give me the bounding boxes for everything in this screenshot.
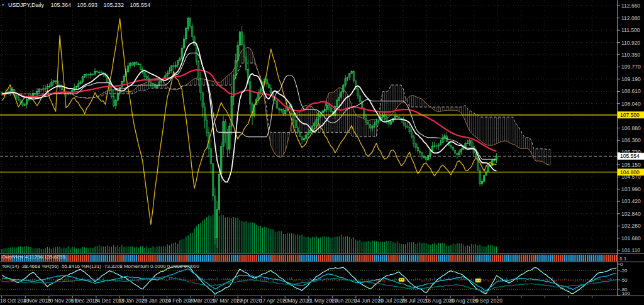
signal-marker — [399, 278, 404, 282]
svg-text:-20: -20 — [620, 268, 628, 274]
svg-text:105.150: 105.150 — [621, 162, 641, 168]
svg-text:111.500: 111.500 — [621, 27, 640, 33]
svg-text:107.500: 107.500 — [620, 112, 640, 118]
svg-text:108.610: 108.610 — [621, 88, 641, 94]
svg-text:108.040: 108.040 — [621, 101, 641, 107]
svg-text:16 Sep 2020: 16 Sep 2020 — [472, 297, 502, 304]
senkou-span-a-line — [2, 48, 550, 165]
bid-price-label: 105.554 — [618, 153, 644, 160]
svg-text:112.080: 112.080 — [621, 15, 640, 21]
chart-canvas[interactable]: 112.660112.080111.500110.920110.350109.7… — [0, 0, 644, 305]
svg-text:0: 0 — [620, 262, 623, 267]
volume-layer — [2, 214, 496, 253]
svg-text:105.554: 105.554 — [620, 153, 640, 159]
hline-price-label: 107.500 — [618, 111, 644, 118]
percent-r-scale: 0-20-50-80-100 — [618, 262, 631, 296]
svg-text:1 Apr 2020: 1 Apr 2020 — [236, 297, 262, 304]
percent-r-indicator-pane[interactable] — [0, 263, 617, 296]
time-axis[interactable]: 18 Oct 20194 Nov 201920 Nov 20196 Dec 20… — [0, 296, 592, 304]
svg-text:106.300: 106.300 — [621, 137, 641, 143]
mt4-chart-window: 112.660112.080111.500110.920110.350109.7… — [0, 0, 644, 305]
svg-text:103.990: 103.990 — [621, 186, 641, 192]
tenkan-line — [2, 42, 496, 182]
svg-text:101.680: 101.680 — [621, 235, 641, 241]
signal-marker — [475, 279, 481, 282]
svg-text:8 Jun 2020: 8 Jun 2020 — [330, 297, 357, 304]
overview-indicator-pane[interactable] — [1, 255, 617, 262]
main-price-pane[interactable] — [0, 0, 617, 253]
svg-text:110.350: 110.350 — [621, 52, 640, 58]
kijun-line — [2, 53, 496, 159]
svg-text:-50: -50 — [620, 277, 628, 283]
svg-text:106.880: 106.880 — [621, 125, 641, 131]
svg-text:104.800: 104.800 — [620, 169, 640, 175]
svg-text:102.260: 102.260 — [621, 223, 641, 229]
gold-indicator-line — [2, 19, 496, 225]
candles-layer — [1, 17, 497, 248]
svg-text:102.840: 102.840 — [621, 211, 641, 217]
svg-text:109.770: 109.770 — [621, 64, 641, 70]
svg-text:-100: -100 — [620, 291, 631, 296]
svg-text:110.920: 110.920 — [621, 40, 640, 46]
svg-text:109.190: 109.190 — [621, 76, 641, 82]
price-axis[interactable]: 112.660112.080111.500110.920110.350109.7… — [618, 3, 644, 253]
svg-text:112.660: 112.660 — [621, 3, 640, 9]
pane-separators — [0, 0, 644, 296]
svg-text:103.420: 103.420 — [621, 198, 641, 204]
ichimoku-cloud — [2, 48, 550, 165]
svg-text:101.110: 101.110 — [621, 247, 640, 253]
hline-price-label: 104.800 — [618, 169, 644, 175]
